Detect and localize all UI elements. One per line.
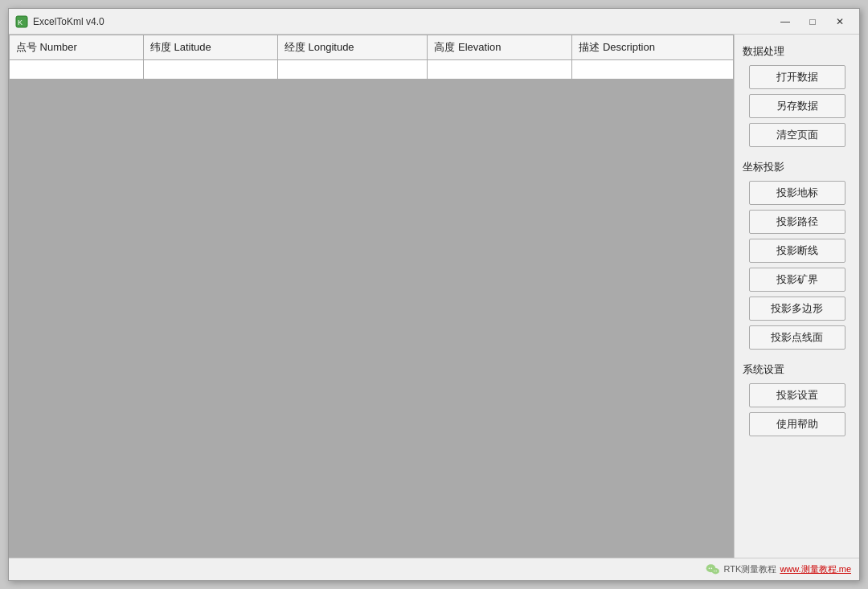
open-data-button[interactable]: 打开数据 [749, 65, 845, 89]
wechat-icon [705, 562, 721, 578]
help-button[interactable]: 使用帮助 [749, 412, 845, 436]
watermark-text: RTK测量教程 [724, 563, 777, 575]
svg-point-3 [708, 567, 710, 569]
svg-point-4 [710, 567, 712, 569]
table-body-empty-area [9, 80, 734, 558]
section-projection-title: 坐标投影 [743, 160, 851, 174]
cell-elevation [428, 60, 572, 80]
window-controls: — □ ✕ [772, 12, 853, 31]
svg-point-5 [711, 567, 719, 574]
watermark: RTK测量教程 www.测量教程.me [705, 562, 851, 578]
table-row [10, 60, 734, 80]
minimize-button[interactable]: — [772, 12, 798, 31]
project-boundary-button[interactable]: 投影矿界 [749, 268, 845, 292]
cell-description [572, 60, 734, 80]
app-icon: K [15, 15, 28, 28]
projection-settings-button[interactable]: 投影设置 [749, 383, 845, 407]
svg-point-7 [715, 571, 716, 571]
cell-number [10, 60, 144, 80]
main-window: K ExcelToKml v4.0 — □ ✕ 点号 Number 纬度 Lat… [8, 8, 860, 581]
watermark-url: www.测量教程.me [780, 563, 851, 575]
svg-point-6 [714, 571, 714, 571]
close-button[interactable]: ✕ [827, 12, 853, 31]
cell-longitude [277, 60, 427, 80]
section-system: 系统设置 投影设置 使用帮助 [743, 362, 851, 441]
section-data-processing: 数据处理 打开数据 另存数据 清空页面 [743, 44, 851, 152]
bottom-bar: RTK测量教程 www.测量教程.me [9, 558, 859, 580]
maximize-button[interactable]: □ [800, 12, 825, 31]
save-data-button[interactable]: 另存数据 [749, 94, 845, 118]
table-area: 点号 Number 纬度 Latitude 经度 Longitude 高度 El… [9, 35, 735, 558]
main-content: 点号 Number 纬度 Latitude 经度 Longitude 高度 El… [9, 35, 859, 558]
col-header-latitude: 纬度 Latitude [143, 35, 277, 60]
project-section-button[interactable]: 投影断线 [749, 239, 845, 263]
project-path-button[interactable]: 投影路径 [749, 210, 845, 234]
project-polygon-button[interactable]: 投影多边形 [749, 297, 845, 321]
data-table: 点号 Number 纬度 Latitude 经度 Longitude 高度 El… [9, 35, 734, 80]
clear-page-button[interactable]: 清空页面 [749, 123, 845, 147]
section-projection: 坐标投影 投影地标 投影路径 投影断线 投影矿界 投影多边形 投影点线面 [743, 160, 851, 354]
cell-latitude [143, 60, 277, 80]
col-header-description: 描述 Description [572, 35, 734, 60]
right-panel: 数据处理 打开数据 另存数据 清空页面 坐标投影 投影地标 投影路径 投影断线 … [735, 35, 859, 558]
col-header-longitude: 经度 Longitude [277, 35, 427, 60]
titlebar: K ExcelToKml v4.0 — □ ✕ [9, 9, 859, 35]
project-point-line-surface-button[interactable]: 投影点线面 [749, 325, 845, 350]
svg-text:K: K [18, 18, 23, 27]
project-landmark-button[interactable]: 投影地标 [749, 181, 845, 205]
section-system-title: 系统设置 [743, 362, 851, 377]
col-header-elevation: 高度 Elevation [428, 35, 572, 60]
section-data-title: 数据处理 [743, 44, 851, 59]
window-title: ExcelToKml v4.0 [33, 16, 772, 27]
col-header-number: 点号 Number [10, 35, 144, 60]
